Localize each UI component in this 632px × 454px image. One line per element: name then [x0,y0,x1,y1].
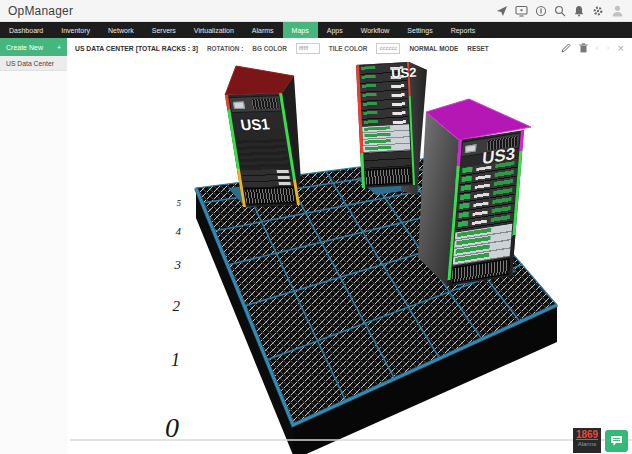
tile-color-input[interactable] [376,43,400,54]
us2-lower-units [363,151,411,169]
create-new-label: Create New [6,44,43,51]
us2-tray-bars [364,126,391,152]
bg-color-input[interactable] [296,43,320,54]
main-nav: Dashboard Inventory Network Servers Virt… [0,22,632,38]
tab-alarms[interactable]: Alarms [243,22,283,38]
axis-label-0: 0 [165,412,179,443]
app-logo: OpManager [8,4,73,18]
display-icon[interactable] [515,5,528,17]
axis-label-4: 4 [176,225,182,237]
next-map-icon[interactable]: › [607,43,610,53]
us1-display-panel [233,102,245,110]
rack-label-us2: US2 [391,65,417,81]
us1-top-unit [228,95,282,113]
sidebar: Create New + US Data Center [0,38,67,454]
axis-label-3: 3 [174,257,182,272]
tab-workflow[interactable]: Workflow [352,22,399,38]
delete-icon[interactable] [579,43,588,53]
alarm-count: 1869 [573,428,601,441]
chat-bubble-icon [610,435,623,447]
search-icon[interactable] [554,5,566,17]
info-icon[interactable] [535,5,547,17]
bg-color-label: BG COLOR [252,45,286,52]
us1-bottom-vent [243,187,297,205]
rack-label-us1: US1 [239,115,270,133]
edit-icon[interactable] [561,43,571,53]
us1-roof [225,66,294,95]
alarm-count-badge[interactable]: 1869 Alarms [573,428,601,453]
feedback-button[interactable] [605,430,628,452]
tab-virtualization[interactable]: Virtualization [185,22,243,38]
send-icon[interactable] [496,5,508,17]
titlebar-icons [496,4,624,17]
tab-inventory[interactable]: Inventory [52,22,99,38]
tile-color-label: TILE COLOR [329,45,368,52]
us3-tray-bars [455,228,492,265]
reset-button[interactable]: RESET [467,45,488,52]
axis-label-2: 2 [173,298,181,314]
us1-module-rows [241,168,293,188]
prev-map-icon[interactable]: ‹ [596,43,599,53]
us1-module-tags [277,170,292,189]
axis-label-1: 1 [171,350,180,370]
tab-network[interactable]: Network [99,22,143,38]
toolbar-actions: ‹ › × [561,43,624,54]
tab-reports[interactable]: Reports [442,22,485,38]
bell-icon[interactable] [573,5,585,17]
us1-panel-rows [236,136,290,168]
sidebar-item-us-data-center[interactable]: US Data Center [0,56,67,71]
us1-vent-fins [251,98,278,109]
tab-dashboard[interactable]: Dashboard [0,22,52,38]
us3-bar-column [490,161,514,226]
map-title: US DATA CENTER [TOTAL RACKS : 3] [75,45,198,52]
us3-server-units [455,159,517,232]
us3-display-panel [465,144,477,153]
rack-us2[interactable]: US2 [356,62,415,188]
tab-maps[interactable]: Maps [283,22,318,38]
tab-settings[interactable]: Settings [398,22,441,38]
alarm-count-label: Alarms [573,441,601,448]
us2-tray-units [362,124,410,153]
gear-icon[interactable] [592,5,604,17]
sidebar-item-label: US Data Center [6,60,54,67]
plus-icon: + [57,44,61,51]
us3-tag-column [471,166,491,229]
us2-bottom-vent [364,167,412,186]
opmanager-window: { "titlebar": { "app_name": "OpManager" … [0,0,632,454]
close-icon[interactable]: × [618,43,624,54]
tab-apps[interactable]: Apps [318,22,352,38]
tab-servers[interactable]: Servers [143,22,185,38]
rotation-label: ROTATION : [207,45,243,52]
create-new-button[interactable]: Create New + [0,38,67,56]
axis-label-5: 5 [177,198,182,208]
map-toolbar: US DATA CENTER [TOTAL RACKS : 3] ROTATIO… [67,38,632,58]
us2-led-column [361,66,378,127]
us3-led-column [457,167,472,232]
titlebar: OpManager [0,0,632,22]
normal-mode-button[interactable]: NORMAL MODE [409,45,458,52]
datacenter-3d-canvas: 5 4 3 2 1 0 [0,0,632,454]
rack-us3[interactable]: US3 [447,130,524,286]
avatar-icon[interactable] [611,4,624,17]
